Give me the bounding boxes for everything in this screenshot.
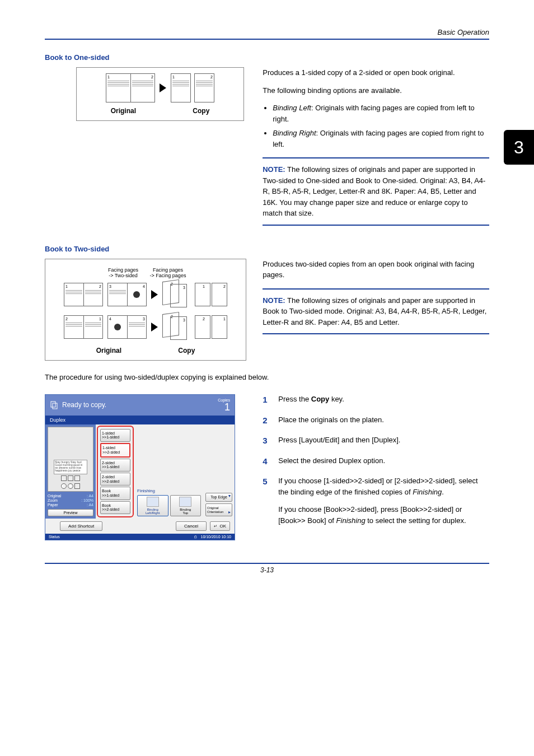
duplex-screen: Ready to copy. Copies 1 Duplex Stay hung… (45, 394, 235, 540)
screen-title: Ready to copy. (62, 401, 106, 409)
opt-2s-1s[interactable]: 2-sided >>1-sided (100, 459, 130, 472)
opt-book-1s[interactable]: Book >>1-sided (100, 487, 130, 500)
opt-2s-2s[interactable]: 2-sided >>2-sided (100, 473, 130, 486)
copy-label-2: Copy (178, 347, 195, 354)
bullet-binding-right: Binding Right: Originals with facing pag… (273, 128, 489, 150)
add-shortcut-button[interactable]: Add Shortcut (60, 521, 102, 531)
copy-label: Copy (193, 107, 209, 115)
note-block-1: NOTE: The following sizes of originals a… (263, 157, 489, 226)
procedure-intro: The procedure for using two-sided/duplex… (45, 372, 489, 383)
step-5: If you choose [1-sided>>2-sided] or [2-s… (278, 475, 489, 533)
arrow-icon (151, 323, 158, 332)
bullet-binding-left: Binding Left: Originals with facing page… (273, 102, 489, 124)
step-4: Select the desired Duplex option. (278, 455, 489, 468)
diagram-book-one-sided: 1 2 1 2 Original Copy (76, 67, 244, 121)
cancel-button[interactable]: Cancel (176, 521, 207, 531)
svg-rect-1 (53, 403, 57, 409)
copy-icon (50, 400, 59, 409)
preview-area: Stay hungry Stay foolGood morning good n… (48, 427, 93, 492)
original-label: Original (111, 107, 136, 115)
timestamp: ⎙10/10/2010 10:10 (194, 535, 232, 539)
page-number: 3-13 (45, 563, 489, 574)
heading-book-one-sided: Book to One-sided (45, 53, 489, 62)
step-3: Press [Layout/Edit] and then [Duplex]. (278, 435, 489, 447)
top-edge-button[interactable]: Top Edge▾ (205, 493, 232, 502)
diagram-book-two-sided: Facing pages -> Two-sided Facing pages -… (45, 259, 246, 361)
binding-left-right[interactable]: Binding Left/Right (137, 495, 168, 516)
b1-para2: The following binding options are availa… (263, 85, 489, 96)
opt-book-2s[interactable]: Book >>2-sided (100, 501, 130, 514)
opt-1s-1s[interactable]: 1-sided >>1-sided (100, 429, 130, 442)
binding-top[interactable]: Binding Top (170, 495, 202, 516)
header-section: Basic Operation (45, 28, 489, 39)
arrow-icon (151, 290, 158, 299)
step-1: Press the Copy key. (278, 394, 489, 407)
finishing-label: Finishing (137, 488, 201, 493)
status-label[interactable]: Status (49, 535, 60, 539)
note-block-2: NOTE: The following sizes of originals a… (263, 288, 489, 335)
panel-title: Duplex (45, 416, 235, 424)
original-label-2: Original (96, 347, 121, 354)
preview-button[interactable]: Preview (48, 509, 93, 516)
arrow-icon (160, 83, 166, 92)
orig-orientation-button[interactable]: ▸Original Orientation (205, 503, 232, 516)
heading-book-two-sided: Book to Two-sided (45, 245, 489, 253)
copies-display: Copies 1 (218, 398, 230, 412)
b1-para1: Produces a 1-sided copy of a 2-sided or … (263, 67, 489, 78)
chapter-tab: 3 (504, 130, 534, 165)
svg-rect-0 (51, 402, 55, 407)
opt-1s-2s[interactable]: 1-sided >>2-sided (100, 443, 130, 457)
b2-para1: Produces two-sided copies from an open b… (263, 259, 489, 281)
step-2: Place the originals on the platen. (278, 414, 489, 427)
ok-button[interactable]: ↵ OK (210, 521, 230, 531)
